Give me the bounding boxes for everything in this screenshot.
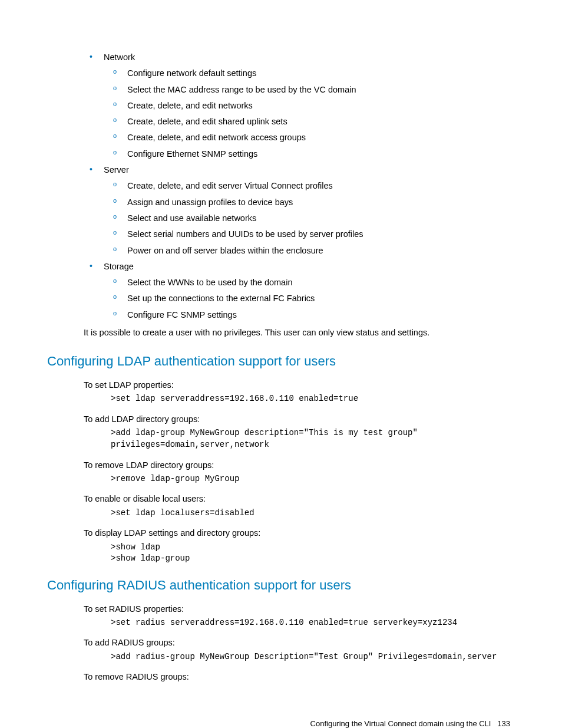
code-block: >set ldap localusers=disabled [111, 508, 515, 519]
list-item: oPower on and off server blades within t… [47, 245, 515, 256]
code-block: >set ldap serveraddress=192.168.0.110 en… [111, 393, 515, 405]
paragraph: It is possible to create a user with no … [84, 327, 515, 338]
list-item: oSelect serial numbers and UUIDs to be u… [47, 228, 515, 240]
list-item: oSelect and use available networks [47, 212, 515, 224]
code-block: >add ldap-group MyNewGroup description="… [111, 427, 515, 450]
list-item-text: Set up the connections to the external F… [127, 292, 515, 304]
code-block: >set radius serveraddress=192.168.0.110 … [111, 617, 515, 629]
bullet-circle-icon: o [113, 148, 127, 157]
list-item: oCreate, delete, and edit networks [47, 100, 515, 111]
instruction-label: To remove LDAP directory groups: [84, 459, 515, 471]
list-item: • Server [47, 164, 515, 176]
list-item-text: Create, delete, and edit shared uplink s… [127, 116, 515, 127]
bullet-circle-icon: o [113, 180, 127, 189]
list-item-text: Select and use available networks [127, 212, 515, 224]
bullet-circle-icon: o [113, 131, 127, 140]
list-item-text: Configure Ethernet SNMP settings [127, 148, 515, 160]
bullet-circle-icon: o [113, 100, 127, 108]
bullet-circle-icon: o [113, 116, 127, 124]
instruction-label: To remove RADIUS groups: [84, 671, 515, 683]
list-item-text: Assign and unassign profiles to device b… [127, 196, 515, 208]
list-item: oSet up the connections to the external … [47, 292, 515, 304]
bullet-circle-icon: o [113, 228, 127, 237]
list-item-text: Create, delete, and edit networks [127, 100, 515, 111]
list-item: oSelect the WWNs to be used by the domai… [47, 276, 515, 288]
bullet-circle-icon: o [113, 245, 127, 253]
bullet-dot-icon: • [90, 164, 104, 176]
list-item-text: Storage [104, 261, 515, 272]
bullet-circle-icon: o [113, 276, 127, 285]
list-item: oCreate, delete, and edit network access… [47, 131, 515, 143]
list-item-text: Select the WWNs to be used by the domain [127, 276, 515, 288]
heading-radius: Configuring RADIUS authentication suppor… [47, 577, 515, 595]
instruction-label: To add RADIUS groups: [84, 637, 515, 648]
list-item: oConfigure Ethernet SNMP settings [47, 148, 515, 160]
instruction-label: To set RADIUS properties: [84, 603, 515, 615]
list-item-text: Configure network default settings [127, 67, 515, 79]
list-item: • Storage [47, 261, 515, 272]
list-item-text: Create, delete, and edit network access … [127, 131, 515, 143]
bullet-circle-icon: o [113, 212, 127, 221]
list-item: oCreate, delete, and edit shared uplink … [47, 116, 515, 127]
bullet-circle-icon: o [113, 84, 127, 93]
bullet-circle-icon: o [113, 67, 127, 76]
heading-ldap: Configuring LDAP authentication support … [47, 353, 515, 371]
list-item: oSelect the MAC address range to be used… [47, 84, 515, 95]
bullet-circle-icon: o [113, 292, 127, 301]
list-item-text: Select serial numbers and UUIDs to be us… [127, 228, 515, 240]
list-item-text: Power on and off server blades within th… [127, 245, 515, 256]
bullet-dot-icon: • [90, 51, 104, 63]
list-item: oConfigure FC SNMP settings [47, 309, 515, 321]
code-block: >remove ldap-group MyGroup [111, 473, 515, 485]
list-item-text: Configure FC SNMP settings [127, 309, 515, 321]
list-item-text: Server [104, 164, 515, 176]
bullet-circle-icon: o [113, 196, 127, 205]
bullet-circle-icon: o [113, 309, 127, 318]
page-number: 133 [497, 719, 510, 728]
list-item-text: Create, delete, and edit server Virtual … [127, 180, 515, 192]
list-item: oAssign and unassign profiles to device … [47, 196, 515, 208]
list-item: oConfigure network default settings [47, 67, 515, 79]
instruction-label: To enable or disable local users: [84, 493, 515, 505]
code-block: >add radius-group MyNewGroup Description… [111, 651, 515, 663]
list-item: • Network [47, 51, 515, 63]
list-item: oCreate, delete, and edit server Virtual… [47, 180, 515, 192]
bullet-dot-icon: • [90, 261, 104, 272]
instruction-label: To display LDAP settings and directory g… [84, 527, 515, 539]
instruction-label: To set LDAP properties: [84, 379, 515, 391]
list-item-text: Select the MAC address range to be used … [127, 84, 515, 95]
instruction-label: To add LDAP directory groups: [84, 413, 515, 425]
list-item-text: Network [104, 51, 515, 63]
code-block: >show ldap >show ldap-group [111, 542, 515, 565]
footer-text: Configuring the Virtual Connect domain u… [310, 719, 491, 728]
page-footer: Configuring the Virtual Connect domain u… [47, 719, 515, 728]
